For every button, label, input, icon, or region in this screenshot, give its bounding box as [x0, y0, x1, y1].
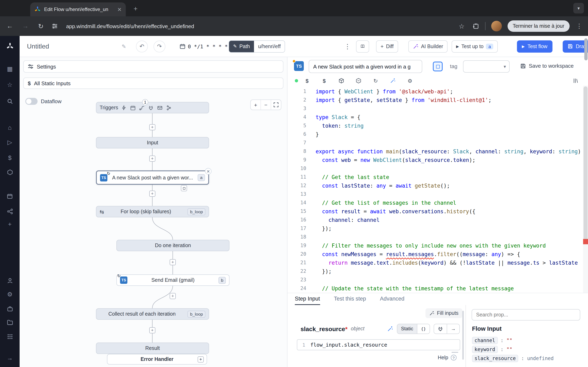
delete-step-icon[interactable]: ✕ — [205, 168, 212, 175]
code-line[interactable]: 6} — [287, 130, 583, 139]
prop-row[interactable]: slack_resource : undefined — [472, 354, 582, 363]
code-line[interactable]: 17 }); — [287, 224, 583, 233]
path-control[interactable]: ✎Path u/henri/eff — [229, 40, 285, 52]
fill-inputs-button[interactable]: Fill inputs — [425, 308, 462, 318]
insert-step-button[interactable]: + — [149, 191, 155, 197]
code-line[interactable]: 9 const web = new WebClient(slack_resour… — [287, 156, 583, 164]
collapse-arrow-icon[interactable]: → — [0, 352, 20, 363]
reload-icon[interactable]: ↻ — [36, 22, 46, 30]
prop-row[interactable]: channel : "" — [472, 336, 582, 345]
kafka-icon[interactable] — [166, 105, 172, 110]
triggers-bar[interactable]: Triggers 1 — [96, 102, 209, 113]
redo-button[interactable]: ↷ — [154, 40, 165, 52]
relaunch-update-button[interactable]: Terminer la mise à jour — [507, 20, 570, 32]
pencil-icon[interactable]: ✎ — [122, 43, 126, 49]
schedules-icon[interactable] — [0, 191, 20, 201]
code-line[interactable]: 14 // Get the list of messages in the ch… — [287, 199, 583, 207]
code-line[interactable]: 12 const lastState: any = await getState… — [287, 182, 583, 190]
ai-fill-wand-icon[interactable] — [387, 325, 393, 332]
add-variable-icon[interactable]: $ — [303, 76, 311, 86]
browser-menu-kebab-icon[interactable]: ⋮ — [575, 22, 583, 30]
insert-step-button[interactable]: + — [149, 124, 155, 130]
flow-node-forloop[interactable]: ⇆ For loop (skip failures) b_loop — [96, 206, 209, 217]
code-line[interactable]: 5 token: string — [287, 122, 583, 130]
expression-value[interactable]: flow_input.slack_resource — [310, 342, 387, 348]
flow-node-send-email[interactable]: TS↻ Send Email (gmail) b — [116, 275, 229, 286]
browser-tab[interactable]: Edit Flow u/henri/effective_un ✕ — [30, 2, 126, 16]
site-info-icon[interactable] — [52, 23, 58, 29]
code-line[interactable]: 21 return message.text.includes(keyword)… — [287, 259, 583, 267]
email-trigger-icon[interactable] — [157, 105, 163, 110]
profile-avatar[interactable] — [491, 21, 502, 31]
package-icon[interactable] — [337, 76, 346, 86]
code-line[interactable]: 16 channel: channel — [287, 216, 583, 224]
code-line[interactable]: 24 // Update the state with the timestam… — [287, 284, 583, 293]
help-link[interactable]: Help ? — [438, 355, 456, 360]
reset-icon[interactable]: ↻ — [372, 76, 380, 86]
more-options-kebab-icon[interactable]: ⋮ — [344, 42, 351, 50]
schedule-summary[interactable]: 0 */1 * * * * — [180, 43, 228, 49]
editor-scrollbar[interactable] — [583, 86, 588, 293]
insert-arrow-button[interactable]: → — [447, 324, 459, 333]
code-line[interactable]: 15 const result = await web.conversation… — [287, 207, 583, 216]
flow-node-error-handler[interactable]: Error Handler + — [107, 354, 207, 365]
settings-gear-icon[interactable]: ⚙ — [0, 289, 20, 300]
flow-node-slack-step[interactable]: TS↻ A new Slack post with a given wor...… — [96, 170, 209, 185]
editor-settings-gear-icon[interactable]: ⚙ — [406, 76, 414, 86]
add-resource-icon[interactable]: $ — [320, 76, 328, 86]
runs-icon[interactable]: ▷ — [0, 137, 20, 148]
ai-assistant-wand-icon[interactable] — [389, 76, 397, 86]
tab-close-icon[interactable]: ✕ — [117, 6, 122, 12]
code-line[interactable]: 23 — [287, 276, 583, 284]
add-error-handler-button[interactable]: + — [198, 356, 204, 362]
variables-icon[interactable]: $ — [0, 152, 20, 163]
tab-step-input[interactable]: Step Input — [295, 293, 320, 305]
home-icon[interactable]: ⌂ — [0, 122, 20, 133]
windmill-logo[interactable] — [0, 41, 20, 51]
step-summary-input[interactable] — [309, 60, 422, 73]
forward-icon[interactable]: → — [20, 22, 30, 30]
code-line[interactable]: 19 // Filter the messages to only includ… — [287, 242, 583, 250]
diff-button[interactable]: +Diff — [376, 40, 398, 52]
workers-icon[interactable] — [0, 303, 20, 314]
add-icon[interactable]: + — [0, 218, 20, 229]
resize-handle[interactable] — [452, 351, 458, 353]
expression-input[interactable]: 1 flow_input.slack_resource — [297, 339, 460, 350]
insert-step-button[interactable]: + — [170, 259, 176, 265]
code-line[interactable]: 20 const newMessages = result.messages.f… — [287, 250, 583, 259]
user-icon[interactable] — [0, 275, 20, 286]
test-up-to-button[interactable]: ▶ Test up to a — [452, 40, 498, 52]
apps-grid-icon[interactable] — [0, 331, 20, 342]
http-route-icon[interactable] — [139, 105, 145, 110]
tag-select[interactable]: ▾ — [463, 60, 510, 73]
search-icon[interactable] — [0, 96, 20, 106]
code-line[interactable]: 2import { getState, setState } from 'win… — [287, 96, 583, 104]
flow-node-input[interactable]: Input — [96, 137, 209, 149]
flow-node-collect-result[interactable]: Collect result of each iteration b_loop — [96, 308, 209, 320]
test-flow-button[interactable]: ▶ Test flow — [517, 40, 552, 52]
prop-row[interactable]: keyword : "" — [472, 345, 582, 354]
undo-button[interactable]: ↶ — [136, 40, 148, 52]
insert-step-button[interactable]: + — [149, 156, 155, 162]
ai-builder-button[interactable]: AI Builder — [408, 40, 448, 52]
insert-step-button[interactable]: + — [149, 327, 155, 333]
step-select-checkbox[interactable] — [433, 62, 443, 71]
code-line[interactable]: 13 — [287, 190, 583, 199]
flow-name[interactable]: Untitled — [27, 43, 49, 50]
expression-mode-button[interactable]: {} — [417, 324, 430, 333]
webhook-icon[interactable] — [121, 105, 127, 110]
tab-test-this-step[interactable]: Test this step — [334, 293, 366, 305]
tab-advanced[interactable]: Advanced — [380, 293, 405, 305]
path-edit-segment[interactable]: ✎Path — [229, 41, 254, 52]
dependencies-icon[interactable] — [355, 76, 363, 86]
static-mode-button[interactable]: Static — [397, 324, 417, 333]
folder-icon[interactable] — [0, 317, 20, 327]
resources-icon[interactable] — [0, 167, 20, 177]
scrollbar-thumb[interactable] — [584, 86, 588, 243]
flow-node-do-one-iteration[interactable]: Do one iteration — [116, 240, 229, 251]
code-line[interactable]: 10 — [287, 164, 583, 173]
plug-connect-button[interactable] — [434, 324, 447, 333]
bookmark-star-icon[interactable]: ☆ — [457, 22, 467, 30]
apps-icon[interactable]: ▦ — [0, 64, 20, 74]
code-line[interactable]: 3 — [287, 104, 583, 113]
